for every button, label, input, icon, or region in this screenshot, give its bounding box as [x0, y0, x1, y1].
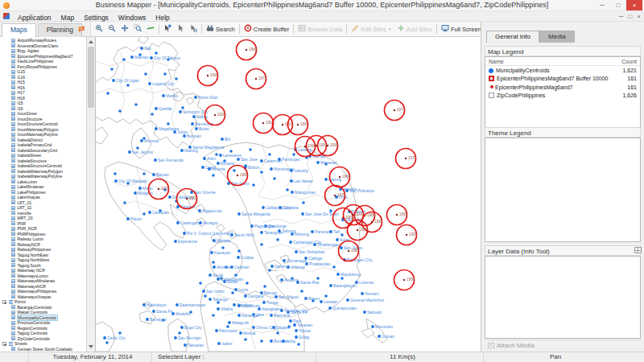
town-label: Cabucgayan: [221, 277, 243, 282]
scroll-thumb[interactable]: [88, 47, 94, 108]
epicenter-year-label: 1979: [337, 193, 346, 197]
legend-layer-name: EpicenterPhilippinesMag6and7: [495, 84, 573, 90]
tree-scrollbar[interactable]: [87, 37, 96, 352]
municipality-dot: [106, 92, 109, 95]
select-box-button[interactable]: [187, 23, 200, 35]
municipality-point-icon: [489, 68, 493, 73]
status-date: Tuesday, February 11, 2014: [32, 353, 153, 360]
epicenter-year-label: 2003: [285, 122, 294, 126]
menu-item-map[interactable]: Map: [56, 14, 80, 22]
municipality-dot: [282, 339, 285, 343]
municipality-dot: [268, 269, 271, 272]
municipality-dot: [134, 103, 138, 106]
legend-row[interactable]: EpicenterPhilippinesMag6and7161: [485, 82, 640, 91]
menu-item-windows[interactable]: Windows: [114, 14, 151, 22]
collapse-icon[interactable]: [2, 342, 6, 346]
municipality-dot: [328, 306, 332, 310]
zoom-out-button[interactable]: [105, 23, 118, 35]
epicenter-year-label: 1995: [330, 143, 339, 147]
layer-icon: [11, 143, 15, 147]
town-label: Basey: [308, 296, 320, 301]
town-label: Lawaan: [324, 299, 338, 304]
mdi-close-button[interactable]: ×: [637, 11, 641, 22]
town-label: Legazpi City: [152, 81, 175, 86]
municipality-dot: [244, 294, 247, 298]
restore-button[interactable]: □: [610, 0, 626, 10]
scroll-down-icon[interactable]: [89, 345, 93, 348]
create-buffer-button[interactable]: Create Buffer: [242, 23, 291, 35]
pan-tool-button[interactable]: [118, 23, 131, 35]
municipality-dot: [237, 304, 241, 307]
municipality-dot: [203, 157, 206, 160]
select-button[interactable]: [174, 23, 187, 35]
municipality-dot: [262, 301, 266, 304]
layer-icon: [11, 326, 15, 330]
town-label: Tabuelan: [188, 343, 204, 348]
tab-planning[interactable]: Planning: [38, 23, 82, 37]
town-label: Isabel: [221, 341, 232, 346]
epicenter-dot: [262, 122, 264, 124]
layer-icon: [11, 305, 15, 309]
layer-icon: [11, 127, 15, 131]
menu-item-settings[interactable]: Settings: [79, 14, 114, 22]
search-button[interactable]: Search: [204, 23, 237, 35]
municipality-dot: [233, 169, 236, 172]
epicenter-dot: [334, 195, 336, 196]
legend-layer-count: 1,626: [622, 93, 637, 98]
layer-icon: [11, 96, 15, 100]
minimize-button[interactable]: ─: [594, 0, 610, 10]
layer-icon: [11, 200, 15, 204]
municipality-dot: [249, 148, 252, 151]
epicenter-dot: [207, 75, 208, 76]
municipality-dot: [324, 178, 328, 181]
municipality-dot: [295, 329, 298, 332]
municipality-dot: [213, 239, 216, 242]
measure-button[interactable]: [144, 23, 157, 35]
layer-icon: [11, 169, 15, 173]
town-label: Castilla: [159, 106, 172, 111]
town-label: Palompon: [219, 328, 237, 333]
legend-row[interactable]: EpicenterPhilippinesMag6and7 Buffer 1000…: [485, 74, 640, 82]
mdi-restore-button[interactable]: □: [628, 11, 632, 22]
zoom-in-button[interactable]: [93, 23, 105, 35]
municipality-dot: [201, 166, 204, 169]
town-label: Rosario: [221, 161, 234, 166]
close-button[interactable]: ×: [626, 0, 642, 10]
layer-data-grid-icon[interactable]: [634, 247, 642, 253]
municipality-dot: [233, 303, 236, 306]
town-label: Santa Rita: [300, 280, 320, 285]
town-label: Cawayan: [152, 210, 169, 215]
mdi-minimize-button[interactable]: ─: [619, 11, 624, 22]
municipality-dot: [179, 110, 182, 113]
town-label: San Miguel: [279, 294, 299, 299]
municipality-dot: [278, 229, 281, 232]
tab-general-info[interactable]: General Info: [486, 31, 539, 43]
zoom-extent-button[interactable]: [131, 23, 144, 35]
tab-maps[interactable]: Maps: [2, 23, 36, 37]
layer-icon: [11, 122, 15, 126]
town-label: City Of Tabaco: [154, 56, 180, 60]
add-sites-button: Add Sites: [394, 23, 435, 35]
municipality-dot: [260, 243, 263, 246]
full-screen-button[interactable]: Full Screen: [439, 23, 481, 35]
layer-icon: [11, 336, 15, 340]
town-label: Bulusan: [187, 134, 201, 138]
identify-button[interactable]: [161, 23, 174, 35]
collapse-icon[interactable]: [2, 300, 6, 304]
search-label: Search: [216, 26, 235, 33]
map-canvas[interactable]: TiwiMalinaoCity Of TabacoCity Of LigaoLe…: [96, 37, 481, 352]
municipality-dot: [289, 319, 292, 323]
layer-icon: [11, 190, 15, 194]
municipality-dot: [270, 167, 273, 171]
scroll-up-icon[interactable]: [89, 40, 93, 43]
layer-icon: [11, 216, 15, 220]
menu-item-help[interactable]: Help: [151, 14, 174, 22]
browse-data-label: Browse Data: [308, 26, 342, 33]
municipality-dot: [144, 72, 147, 76]
tab-media[interactable]: Media: [539, 31, 575, 43]
attach-media-button[interactable]: Attach Media: [485, 339, 641, 350]
menu-item-application[interactable]: Application: [13, 14, 56, 22]
sidebar-swap-icon[interactable]: ⇄: [78, 24, 85, 33]
legend-row[interactable]: ZipCodePhilippines1,626: [485, 91, 640, 99]
legend-row[interactable]: MunicipalityCentroids1,621: [485, 66, 640, 74]
